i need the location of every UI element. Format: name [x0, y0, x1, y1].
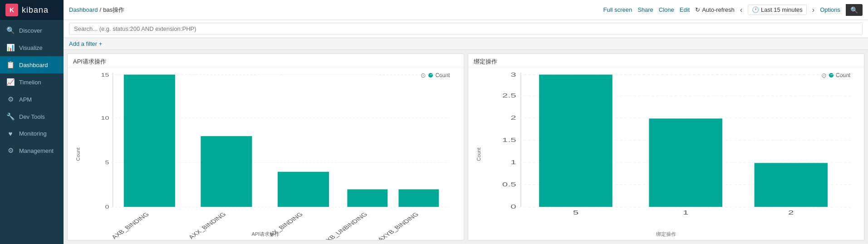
xlabel-axb-binding: AXB_BINDING	[110, 211, 151, 240]
breadcrumb-parent[interactable]: Dashboard	[69, 6, 98, 13]
clone-button[interactable]: Clone	[659, 6, 674, 13]
sidebar-item-discover[interactable]: 🔍 Discover	[0, 22, 64, 39]
topbar: Dashboard / bas操作 Full screen Share Clon…	[64, 0, 868, 20]
svg-text:0.5: 0.5	[502, 181, 516, 188]
filterbar: Add a filter +	[64, 38, 868, 50]
api-chart-area: ⊙ Count Count API请求操作 0 5 10	[68, 68, 464, 240]
sidebar-item-devtools[interactable]: 🔧 Dev Tools	[0, 108, 64, 125]
sidebar-item-label-management: Management	[19, 147, 54, 154]
sidebar-nav: 🔍 Discover 📊 Visualize 📋 Dashboard 📈 Tim…	[0, 20, 64, 244]
svg-text:10: 10	[101, 115, 109, 121]
xlabel-axyb-binding: AXYB_BINDING	[376, 211, 420, 240]
xlabel-5: 5	[573, 210, 578, 216]
refresh-icon: ↻	[695, 6, 700, 13]
bind-x-axis-label: 绑定操作	[656, 231, 676, 238]
sidebar-item-label-dashboard: Dashboard	[19, 62, 48, 68]
clock-icon: 🕐	[752, 6, 759, 13]
visualize-icon: 📊	[6, 44, 15, 52]
sidebar-item-label-visualize: Visualize	[19, 44, 43, 51]
svg-text:1.5: 1.5	[502, 137, 516, 143]
management-icon: ⚙	[6, 146, 15, 155]
options-button[interactable]: Options	[820, 6, 840, 13]
api-chart-svg: 0 5 10 15	[83, 73, 450, 217]
bind-chart-panel: 绑定操作 ⊙ Count Count 绑定操作 0 0.	[468, 54, 865, 240]
searchbar	[64, 20, 868, 38]
search-submit-button[interactable]: 🔍	[846, 4, 863, 16]
kibana-logo-icon: K	[5, 4, 18, 16]
api-chart-panel: API请求操作 ⊙ Count Count API请求操作 0	[67, 54, 464, 240]
xlabel-1: 1	[682, 210, 688, 216]
svg-text:2.5: 2.5	[502, 93, 516, 99]
auto-refresh-control[interactable]: ↻ Auto-refresh	[695, 6, 735, 13]
kibana-logo-text: kibana	[22, 5, 49, 15]
svg-text:3: 3	[510, 72, 516, 78]
edit-button[interactable]: Edit	[680, 6, 690, 13]
discover-icon: 🔍	[6, 26, 15, 34]
api-y-axis-label: Count	[75, 147, 81, 161]
main-content: Dashboard / bas操作 Full screen Share Clon…	[64, 0, 868, 244]
sidebar-item-management[interactable]: ⚙ Management	[0, 142, 64, 159]
add-filter-button[interactable]: Add a filter +	[69, 40, 102, 47]
xlabel-2: 2	[788, 210, 794, 216]
bind-chart-svg: 0 0.5 1 1.5 2 2.5 3	[484, 73, 851, 217]
breadcrumb-current: bas操作	[103, 6, 124, 14]
devtools-icon: 🔧	[6, 112, 15, 121]
bar-axb-unbinding	[347, 189, 387, 207]
bind-chart-area: ⊙ Count Count 绑定操作 0 0.5 1	[468, 68, 864, 240]
bar-axb-binding	[124, 75, 175, 207]
svg-text:15: 15	[101, 72, 109, 78]
sidebar-item-label-timelion: Timelion	[19, 79, 41, 86]
breadcrumb: Dashboard / bas操作	[69, 6, 124, 14]
monitoring-icon: ♥	[6, 130, 15, 137]
search-input[interactable]	[69, 23, 863, 35]
time-prev-button[interactable]: ‹	[740, 6, 742, 14]
sidebar-item-label-apm: APM	[19, 96, 32, 103]
bar-1	[649, 118, 722, 207]
sidebar-item-dashboard[interactable]: 📋 Dashboard	[0, 56, 64, 73]
bar-ax-binding	[278, 172, 329, 207]
bar-axyb-binding	[398, 189, 439, 207]
apm-icon: ⚙	[6, 95, 15, 103]
auto-refresh-label: Auto-refresh	[702, 6, 735, 13]
xlabel-axb-unbinding: AXB_UNBINDING	[321, 211, 369, 240]
xlabel-axx-binding: AXX_BINDING	[187, 211, 228, 240]
sidebar-item-label-monitoring: Monitoring	[19, 130, 47, 137]
sidebar-item-monitoring[interactable]: ♥ Monitoring	[0, 125, 64, 142]
breadcrumb-separator: /	[100, 6, 102, 13]
svg-text:0: 0	[105, 204, 109, 210]
svg-text:2: 2	[510, 115, 516, 121]
bar-axx-binding	[201, 136, 252, 207]
svg-text:5: 5	[105, 159, 109, 165]
xlabel-ax-binding: AX_BINDING	[267, 211, 304, 238]
svg-text:0: 0	[510, 204, 516, 210]
share-button[interactable]: Share	[638, 6, 653, 13]
bind-y-axis-label: Count	[476, 147, 481, 161]
logo: K kibana	[0, 0, 64, 20]
dashboard-content: API请求操作 ⊙ Count Count API请求操作 0	[64, 50, 868, 244]
dashboard-icon: 📋	[6, 61, 15, 69]
time-range-label: Last 15 minutes	[761, 6, 803, 13]
sidebar-item-label-devtools: Dev Tools	[19, 113, 45, 120]
api-chart-title: API请求操作	[68, 54, 464, 68]
sidebar-item-visualize[interactable]: 📊 Visualize	[0, 39, 64, 56]
svg-text:1: 1	[510, 159, 516, 166]
bar-2	[754, 163, 828, 207]
fullscreen-button[interactable]: Full screen	[603, 6, 633, 13]
bind-chart-title: 绑定操作	[468, 54, 864, 68]
sidebar-item-apm[interactable]: ⚙ APM	[0, 91, 64, 108]
topbar-actions: Full screen Share Clone Edit ↻ Auto-refr…	[603, 4, 863, 16]
sidebar-item-label-discover: Discover	[19, 27, 42, 34]
sidebar: K kibana 🔍 Discover 📊 Visualize 📋 Dashbo…	[0, 0, 64, 244]
bar-5	[539, 75, 613, 207]
time-range-button[interactable]: 🕐 Last 15 minutes	[748, 5, 807, 15]
timelion-icon: 📈	[6, 78, 15, 86]
sidebar-item-timelion[interactable]: 📈 Timelion	[0, 73, 64, 91]
time-next-button[interactable]: ›	[812, 6, 814, 14]
